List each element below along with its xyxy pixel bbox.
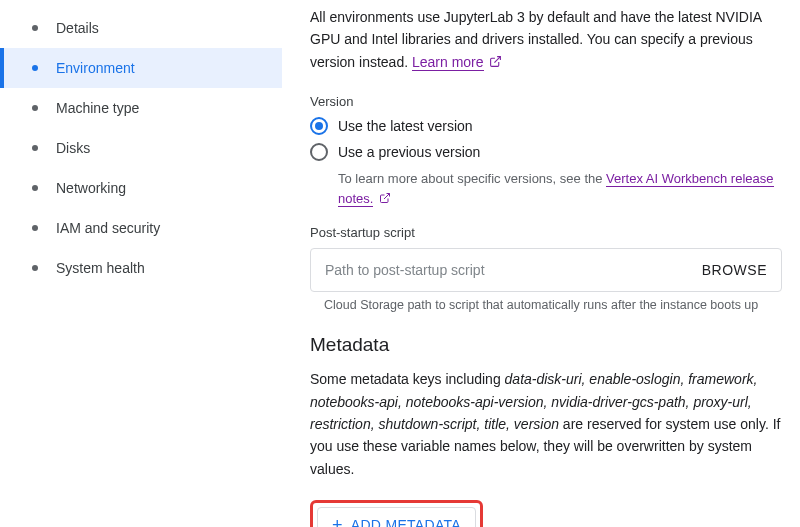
sidebar: Details Environment Machine type Disks N… xyxy=(0,0,282,527)
metadata-description: Some metadata keys including data-disk-u… xyxy=(310,368,782,480)
version-helper: To learn more about specific versions, s… xyxy=(310,169,782,209)
plus-icon: + xyxy=(332,516,343,527)
post-startup-label: Post-startup script xyxy=(310,225,782,240)
sidebar-item-label: Environment xyxy=(56,60,135,76)
bullet-icon xyxy=(32,145,38,151)
add-metadata-label: ADD METADATA xyxy=(351,517,461,527)
main-content: All environments use JupyterLab 3 by def… xyxy=(282,0,800,527)
radio-icon xyxy=(310,117,328,135)
sidebar-item-networking[interactable]: Networking xyxy=(0,168,282,208)
sidebar-item-machine-type[interactable]: Machine type xyxy=(0,88,282,128)
intro-body: All environments use JupyterLab 3 by def… xyxy=(310,9,761,70)
sidebar-item-label: Details xyxy=(56,20,99,36)
metadata-heading: Metadata xyxy=(310,334,782,356)
radio-latest-version[interactable]: Use the latest version xyxy=(310,117,782,135)
browse-button[interactable]: BROWSE xyxy=(702,262,767,278)
bullet-icon xyxy=(32,265,38,271)
sidebar-item-label: Networking xyxy=(56,180,126,196)
sidebar-item-label: System health xyxy=(56,260,145,276)
intro-text: All environments use JupyterLab 3 by def… xyxy=(310,6,782,74)
radio-icon xyxy=(310,143,328,161)
learn-more-link[interactable]: Learn more xyxy=(412,54,484,71)
svg-line-0 xyxy=(495,56,501,62)
sidebar-item-label: Machine type xyxy=(56,100,139,116)
post-startup-script-input[interactable] xyxy=(325,262,702,278)
radio-label: Use the latest version xyxy=(338,118,473,134)
highlight-annotation: + ADD METADATA xyxy=(310,500,483,527)
bullet-icon xyxy=(32,65,38,71)
post-startup-input-row: BROWSE xyxy=(310,248,782,292)
version-label: Version xyxy=(310,94,782,109)
sidebar-item-label: Disks xyxy=(56,140,90,156)
external-link-icon xyxy=(489,52,502,74)
sidebar-item-system-health[interactable]: System health xyxy=(0,248,282,288)
bullet-icon xyxy=(32,225,38,231)
radio-previous-version[interactable]: Use a previous version xyxy=(310,143,782,161)
svg-line-1 xyxy=(384,193,390,199)
external-link-icon xyxy=(379,190,391,210)
sidebar-item-label: IAM and security xyxy=(56,220,160,236)
sidebar-item-iam-security[interactable]: IAM and security xyxy=(0,208,282,248)
bullet-icon xyxy=(32,185,38,191)
sidebar-item-environment[interactable]: Environment xyxy=(0,48,282,88)
bullet-icon xyxy=(32,105,38,111)
add-metadata-button[interactable]: + ADD METADATA xyxy=(317,507,476,527)
radio-label: Use a previous version xyxy=(338,144,480,160)
bullet-icon xyxy=(32,25,38,31)
sidebar-item-disks[interactable]: Disks xyxy=(0,128,282,168)
post-startup-help: Cloud Storage path to script that automa… xyxy=(310,298,782,312)
sidebar-item-details[interactable]: Details xyxy=(0,8,282,48)
